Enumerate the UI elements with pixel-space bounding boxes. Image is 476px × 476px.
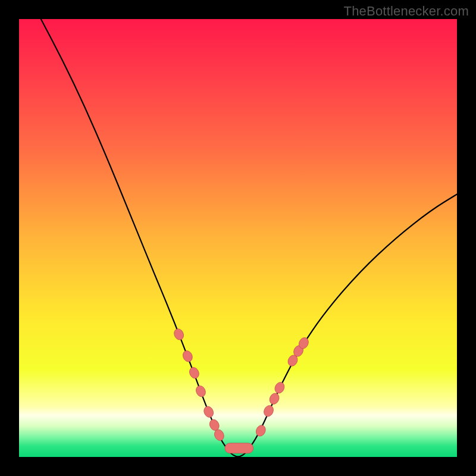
curve-marker bbox=[254, 424, 267, 438]
curve-marker bbox=[181, 349, 195, 364]
curve-marker-bottom bbox=[225, 443, 253, 453]
curve-marker bbox=[273, 381, 286, 395]
plot-area bbox=[19, 19, 457, 457]
curve-markers bbox=[173, 327, 310, 453]
curve-layer bbox=[19, 19, 457, 457]
curve-marker bbox=[188, 366, 201, 380]
curve-marker bbox=[202, 405, 215, 419]
chart-frame: TheBottlenecker.com bbox=[0, 0, 476, 476]
curve-marker bbox=[195, 384, 208, 399]
curve-marker bbox=[262, 404, 275, 418]
curve-marker bbox=[268, 392, 281, 406]
bottleneck-curve bbox=[41, 19, 457, 456]
credit-text: TheBottlenecker.com bbox=[344, 4, 469, 19]
curve-marker bbox=[173, 327, 186, 342]
